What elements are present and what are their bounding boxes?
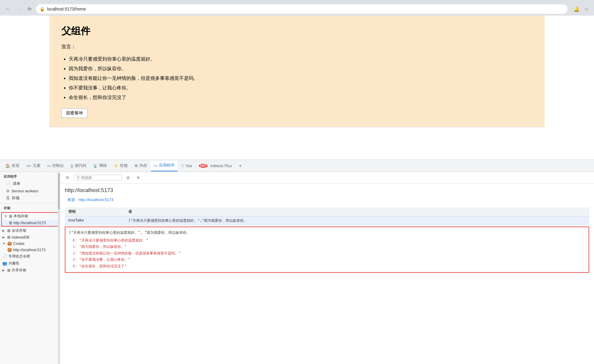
console-icon: ▭: [47, 164, 51, 168]
tab-vue-label: Vue: [186, 164, 192, 168]
dt-main-content: ⟳ ☰ ⊘ ✕ http://localhost:5173 来源 http://…: [60, 172, 594, 364]
expanded-array-item: 1: "因为我爱你，所以纵容你。": [69, 244, 585, 250]
col-value: 值: [125, 207, 589, 216]
sources-icon: {}: [70, 164, 73, 168]
cookie-icon: 🍪: [7, 241, 12, 246]
expanded-array-item: 3: "你不爱我没事，让我心疼你。": [69, 257, 585, 263]
tab-application[interactable]: ▭ 应用程序: [151, 161, 178, 171]
separator: [50, 127, 544, 127]
elements-icon: </>: [26, 164, 31, 168]
tab-adblock[interactable]: ABP Adblock Plus: [196, 161, 235, 171]
indexeddb-arrow: ▶: [2, 236, 6, 239]
table-body: loveTalks ["天再冷只要感受到你掌心里的温度就好。","因为我爱你，所…: [65, 216, 589, 225]
sidebar-section-app-label: 应用程序: [0, 172, 60, 180]
devtools-body: 应用程序 📄 清单 ⚙ Service workers 🗄 存储 存储 ▼ ⊞ …: [0, 172, 594, 364]
close-filter-button[interactable]: ✕: [134, 174, 142, 182]
back-button[interactable]: ←: [4, 5, 12, 13]
sidebar-indexeddb[interactable]: ▶ ⊞ IndexedDB: [0, 234, 60, 240]
storage-icon: 🗄: [6, 196, 10, 200]
filter-icon: ☰: [76, 176, 80, 180]
list-item: 我知道没有能让你一见钟情的脸，但是很多事靠感觉不是吗。: [69, 74, 532, 83]
origin-row: 来源 http://localhost:5173: [65, 197, 589, 203]
col-key: 密钥: [65, 207, 125, 216]
page-title: 父组件: [62, 25, 532, 38]
sidebar-private-state-tokens[interactable]: 📄 专用状态令牌: [0, 253, 60, 260]
source-label: 来源: [67, 197, 75, 202]
sidebar-item-service-workers[interactable]: ⚙ Service workers: [0, 188, 60, 194]
sweet-button[interactable]: 甜蜜暴坤: [62, 108, 87, 118]
sidebar-local-storage-group: ▼ ⊞ 本地存储 ⊞ http://localhost:5173: [1, 212, 58, 227]
sidebar-local-storage[interactable]: ▼ ⊞ 本地存储: [2, 213, 58, 220]
notifications-button[interactable]: 🔔: [572, 5, 581, 13]
sidebar-service-workers-label: Service workers: [11, 189, 38, 193]
declaration-list: 天再冷只要感受到你掌心里的温度就好。因为我爱你，所以纵容你。我知道没有能让你一见…: [62, 54, 532, 102]
dt-sidebar: 应用程序 📄 清单 ⚙ Service workers 🗄 存储 存储 ▼ ⊞ …: [0, 172, 60, 364]
sidebar-scrollbar[interactable]: [58, 172, 60, 364]
parent-component: 父组件 宣言： 天再冷只要感受到你掌心里的温度就好。因为我爱你，所以纵容你。我知…: [50, 16, 544, 127]
sidebar-shared-storage-label: 共享存储: [12, 268, 26, 273]
sidebar-indexeddb-label: IndexedDB: [12, 235, 29, 239]
reload-button[interactable]: ⟳: [25, 5, 34, 13]
sidebar-local-storage-localhost[interactable]: ⊞ http://localhost:5173: [2, 220, 58, 226]
indexeddb-icon: ⊞: [7, 235, 10, 239]
sidebar-cookie[interactable]: ▼ 🍪 Cookie: [0, 240, 60, 247]
tab-console-label: 控制台: [52, 163, 64, 168]
tab-welcome[interactable]: 🏠 欢迎: [2, 161, 22, 171]
session-storage-arrow: ▶: [2, 229, 6, 232]
sidebar-item-storage[interactable]: 🗄 存储: [0, 194, 60, 202]
sidebar-cookie-localhost[interactable]: 🍪 http://localhost:5173: [0, 247, 60, 253]
sidebar-interest-groups[interactable]: 👥 兴趣组: [0, 260, 60, 267]
adblock-icon: ABP: [199, 164, 208, 168]
tab-network[interactable]: 📡 网络: [90, 161, 110, 171]
sidebar-storage-label: 存储: [12, 196, 20, 201]
manifest-icon: 📄: [6, 182, 11, 186]
devtools-tabs-bar: 🏠 欢迎 </> 元素 ▭ 控制台 {} 源代码 📡 网络 ⚡ 性能 ⚙ 内存 …: [0, 160, 594, 172]
sidebar-session-storage-label: 会话存储: [12, 228, 26, 233]
sidebar-private-state-label: 专用状态令牌: [8, 254, 30, 259]
local-storage-icon: ⊞: [9, 214, 12, 218]
forward-button[interactable]: →: [14, 5, 23, 13]
memory-icon: ⚙: [134, 164, 138, 168]
array-header: ["天再冷只要感受到你掌心里的温度就好。", "因为我爱你，所以纵容你。: [69, 230, 585, 236]
sidebar-shared-storage[interactable]: ▶ ⊞ 共享存储: [0, 267, 60, 274]
url-text: localhost:5173/home: [47, 7, 86, 11]
expanded-value-panel: ["天再冷只要感受到你掌心里的温度就好。", "因为我爱你，所以纵容你。 0: …: [65, 227, 589, 273]
list-item: 你不爱我没事，让我心疼你。: [69, 83, 532, 93]
browser-actions: 🔔 ☆: [572, 5, 590, 13]
address-bar: 🔒 localhost:5173/home: [36, 4, 568, 14]
tab-sources[interactable]: {} 源代码: [68, 161, 89, 171]
tab-memory[interactable]: ⚙ 内存: [131, 161, 150, 171]
row-key: loveTalks: [65, 216, 125, 225]
service-workers-icon: ⚙: [6, 189, 10, 193]
session-storage-icon: ⊞: [7, 228, 10, 233]
clear-button[interactable]: ⊘: [124, 174, 132, 182]
table-header: 密钥 值: [65, 207, 589, 216]
add-tab-button[interactable]: +: [236, 162, 244, 170]
tab-elements-label: 元素: [33, 163, 40, 168]
tab-memory-label: 内存: [140, 163, 147, 168]
tab-performance[interactable]: ⚡ 性能: [111, 161, 131, 171]
sidebar-session-storage[interactable]: ▶ ⊞ 会话存储: [0, 227, 60, 234]
tab-console[interactable]: ▭ 控制台: [44, 161, 67, 171]
sidebar-interest-groups-label: 兴趣组: [8, 261, 19, 266]
tab-performance-label: 性能: [120, 163, 128, 168]
row-value: ["天再冷只要感受到你掌心里的温度就好。","因为我爱你，所以纵容你。: [125, 216, 589, 225]
star-button[interactable]: ☆: [582, 5, 590, 13]
tab-vue[interactable]: ▽ Vue: [178, 161, 195, 171]
expanded-array-item: 4: "余生很长，想和你没完没了": [69, 263, 585, 270]
local-storage-localhost-icon: ⊞: [9, 221, 12, 225]
table-row[interactable]: loveTalks ["天再冷只要感受到你掌心里的温度就好。","因为我爱你，所…: [65, 216, 589, 225]
page-content: 父组件 宣言： 天再冷只要感受到你掌心里的温度就好。因为我爱你，所以纵容你。我知…: [0, 16, 594, 160]
tab-welcome-label: 欢迎: [12, 163, 20, 168]
browser-chrome: ← → ⟳ 🔒 localhost:5173/home 🔔 ☆: [0, 0, 594, 16]
tab-elements[interactable]: </> 元素: [23, 161, 44, 171]
expanded-array-item: 0: "天再冷只要感受到你掌心里的温度就好。": [69, 237, 585, 244]
origin-url: http://localhost:5173: [65, 187, 589, 194]
sidebar-section-storage-label: 存储: [0, 203, 60, 212]
filter-input[interactable]: [81, 176, 119, 180]
private-state-icon: 📄: [2, 254, 7, 259]
reload-toolbar-button[interactable]: ⟳: [64, 174, 71, 182]
interest-groups-icon: 👥: [2, 261, 7, 266]
sidebar-item-manifest[interactable]: 📄 清单: [0, 180, 60, 188]
tab-application-label: 应用程序: [159, 163, 175, 168]
